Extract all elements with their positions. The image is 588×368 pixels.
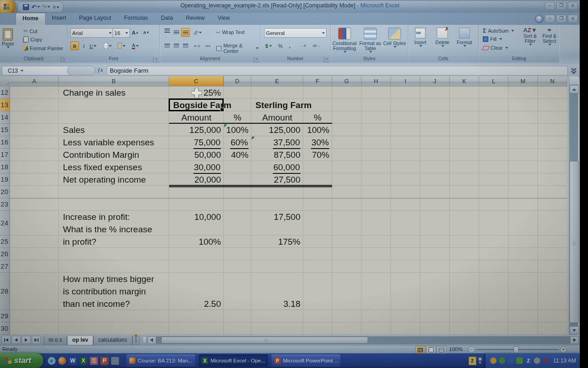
horizontal-scroll-thumb[interactable] <box>161 337 368 344</box>
insert-function-button[interactable]: ƒx <box>97 66 103 74</box>
tray-icon-4[interactable] <box>516 357 523 364</box>
taskbar-window-microsoft[interactable]: PMicrosoft PowerPoint ... <box>271 355 340 367</box>
tray-icon-1[interactable] <box>490 357 497 364</box>
format-painter-button[interactable]: Format Painter <box>22 45 65 52</box>
page-break-view-button[interactable] <box>436 346 447 354</box>
close-button[interactable]: x <box>568 2 578 10</box>
align-top-button[interactable] <box>163 28 171 37</box>
column-header-M[interactable]: M <box>509 76 538 86</box>
cell-C14[interactable]: Amount <box>169 111 224 124</box>
taskbar-window-microsoft[interactable]: XMicrosoft Excel - Ope... <box>199 355 268 367</box>
tab-home[interactable]: Home <box>16 13 45 25</box>
novell-icon[interactable]: N <box>543 357 549 364</box>
sort-filter-button[interactable]: AZ▼ Sort & Filter <box>521 26 539 46</box>
tab-page-layout[interactable]: Page Layout <box>73 13 118 25</box>
cell-B12[interactable]: Change in sales <box>59 86 169 99</box>
row-header-20[interactable]: 20 <box>0 186 10 198</box>
app-icon[interactable] <box>111 357 119 365</box>
row-header-26[interactable]: 26 <box>0 248 10 260</box>
cell-E28[interactable]: 3.18 <box>251 298 303 310</box>
tray-badge-icon[interactable]: 2 <box>469 356 476 365</box>
cell-C24[interactable]: 10,000 <box>169 211 224 223</box>
restore-button[interactable]: ❐ <box>556 2 566 10</box>
sheet-tab-calculations[interactable]: calculations <box>93 336 132 345</box>
cell-C28[interactable]: 2.50 <box>169 298 224 310</box>
cell-D16[interactable]: 60% <box>224 136 251 149</box>
expand-formula-bar-button[interactable] <box>570 67 578 74</box>
column-header-D[interactable]: D <box>224 76 251 86</box>
cell-styles-button[interactable]: Cell Styles <box>383 26 406 48</box>
select-all-corner[interactable] <box>0 76 11 87</box>
row-header-28[interactable]: 28 <box>0 273 10 310</box>
column-header-N[interactable]: N <box>538 76 567 86</box>
cell-C15[interactable]: 125,000 <box>169 124 224 136</box>
column-header-I[interactable]: I <box>391 76 420 86</box>
format-as-table-button[interactable]: Format as Table <box>358 26 382 53</box>
font-size-combo[interactable]: 16 <box>113 28 130 38</box>
orientation-button[interactable]: ab <box>193 28 202 37</box>
cell-B18[interactable]: Less fixed expenses <box>59 161 169 173</box>
fill-color-button[interactable] <box>117 41 126 50</box>
font-family-combo[interactable]: Arial <box>70 28 113 38</box>
scroll-down-button[interactable] <box>570 326 579 334</box>
workbook-minimize-button[interactable]: – <box>545 15 555 23</box>
tab-data[interactable]: Data <box>154 13 179 25</box>
cell-E17[interactable]: 87,500 <box>251 149 303 161</box>
cell-B15[interactable]: Sales <box>59 124 169 136</box>
vertical-scroll-thumb[interactable] <box>570 161 579 323</box>
font-dialog-launcher[interactable] <box>153 57 158 62</box>
tray-icon-3[interactable] <box>508 357 514 364</box>
previous-sheet-button[interactable] <box>11 336 21 344</box>
firefox-icon[interactable] <box>58 357 66 365</box>
cell-E25[interactable]: 175% <box>251 236 303 248</box>
comma-style-button[interactable]: , <box>285 41 294 50</box>
cell-E19[interactable]: 27,500 <box>251 173 303 186</box>
copy-button[interactable]: Copy <box>22 36 44 43</box>
borders-button[interactable] <box>103 41 112 50</box>
cell-D14[interactable]: % <box>224 111 251 124</box>
wrap-text-button[interactable]: ↩ Wrap Text <box>215 29 246 35</box>
next-sheet-button[interactable] <box>22 336 31 344</box>
tab-view[interactable]: View <box>211 13 237 25</box>
align-bottom-button[interactable] <box>181 28 190 37</box>
cell-B17[interactable]: Contribution Margin <box>59 149 169 161</box>
cell-E14[interactable]: Amount <box>251 111 303 124</box>
workbook-restore-button[interactable]: ❐ <box>556 15 566 23</box>
cut-button[interactable]: ✂ Cut <box>22 28 39 34</box>
cell-C16[interactable]: 75,000 <box>169 136 224 149</box>
column-header-E[interactable]: E <box>251 76 303 86</box>
scroll-left-button[interactable] <box>147 336 156 344</box>
last-sheet-button[interactable] <box>32 336 41 344</box>
minimize-button[interactable]: – <box>545 2 555 10</box>
cell-B25[interactable]: in profit? <box>59 236 169 248</box>
insert-cells-button[interactable]: Insert <box>410 26 430 47</box>
underline-button[interactable]: U <box>89 41 97 50</box>
row-header-17[interactable]: 17 <box>0 149 10 161</box>
alignment-dialog-launcher[interactable] <box>254 57 259 62</box>
row-header-15[interactable]: 15 <box>0 124 10 136</box>
align-left-button[interactable] <box>163 41 171 50</box>
find-select-button[interactable]: ⚭ Find & Select <box>540 26 559 46</box>
taskbar-window-course[interactable]: Course: BA 213: Man... <box>126 355 195 367</box>
column-header-B[interactable]: B <box>59 76 169 86</box>
align-right-button[interactable] <box>181 41 190 50</box>
row-header-13[interactable]: 13 <box>0 99 10 111</box>
column-header-H[interactable]: H <box>362 76 391 86</box>
cell-C18[interactable]: 30,000 <box>169 161 224 173</box>
align-middle-button[interactable] <box>172 28 181 37</box>
font-color-button[interactable]: A <box>131 41 140 50</box>
zoom-level[interactable]: 100% <box>449 346 463 352</box>
first-sheet-button[interactable] <box>1 336 11 344</box>
horizontal-split-handle[interactable] <box>142 336 147 344</box>
column-header-G[interactable]: G <box>332 76 362 86</box>
tab-review[interactable]: Review <box>180 13 211 25</box>
tray-expand-button[interactable]: ▣▾ <box>478 357 482 364</box>
vertical-scrollbar[interactable] <box>569 76 578 335</box>
cell-B28[interactable]: How many times biggeris contribution mar… <box>59 273 169 310</box>
column-header-K[interactable]: K <box>450 76 479 86</box>
word-icon[interactable]: W <box>69 357 77 365</box>
row-header-14[interactable]: 14 <box>0 111 10 124</box>
align-center-button[interactable] <box>172 41 181 50</box>
conditional-formatting-button[interactable]: Conditional Formatting <box>332 26 357 53</box>
italic-button[interactable]: I <box>79 41 88 50</box>
